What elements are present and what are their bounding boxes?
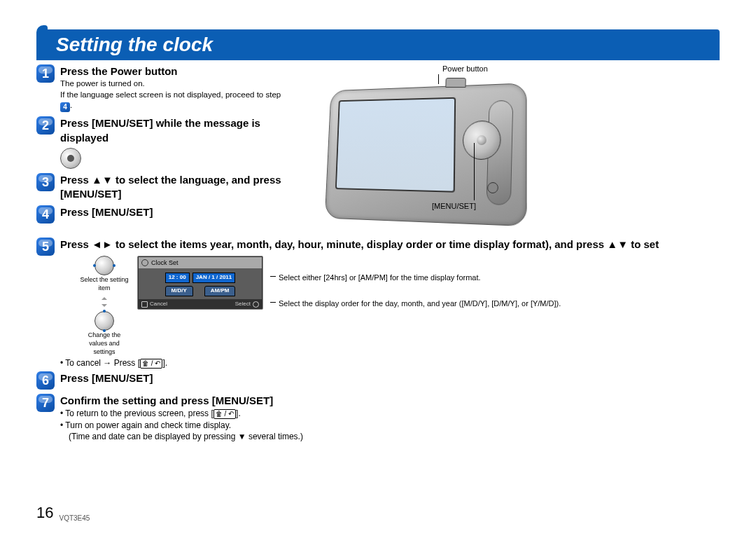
dpad-label-select: Select the setting item [78,275,130,292]
step-3: 3 Press ▲▼ to select the language, and p… [36,173,288,202]
doc-code: VQT3E45 [59,514,90,522]
right-arrow-icon [238,275,244,281]
page-number: 16 [36,504,53,522]
step-1-title: Press the Power button [60,64,288,78]
step-5: 5 Press ◄► to select the items year, mon… [36,238,720,369]
menu-set-button-icon [60,148,81,169]
clock-set-title: Clock Set [151,259,178,267]
page-footer: 16 VQT3E45 [36,504,90,522]
dpad-label-change: Change the values and settings [78,331,130,356]
clock-set-screen: Clock Set 12 : 00 JAN / 1 / 2011 M/D/Y A… [137,256,263,310]
step-number-7: 7 [36,394,55,412]
callout-power-button: Power button [442,64,488,73]
clock-date: JAN / 1 / 2011 [192,273,236,283]
step-3-title: Press ▲▼ to select the language, and pre… [60,173,288,202]
heading-title: Setting the clock [56,34,213,56]
inline-step-badge: 4 [60,102,70,112]
time-format-tab: AM/PM [204,286,236,296]
step-4: 4 Press [MENU/SET] [36,205,288,224]
step-number-5: 5 [36,238,55,256]
step-5-title: Press ◄► to select the items year, month… [60,238,720,252]
step-6-title: Press [MENU/SET] [60,371,153,385]
section-heading: Setting the clock [36,25,720,60]
step-1-sub2: If the language select screen is not dis… [60,90,288,113]
step-6: 6 Press [MENU/SET] [36,371,720,390]
heading-accent [36,25,48,60]
callout-menu-set: [MENU/SET] [432,202,476,210]
step-number-2: 2 [36,116,55,135]
step-7-b2-sub: (Time and date can be displayed by press… [69,431,720,442]
step-7-b1: To return to the previous screen, press … [60,408,720,419]
date-format-tab: M/D/Y [165,286,193,296]
step-1: 1 Press the Power button The power is tu… [36,64,288,112]
gear-icon [141,259,148,266]
dpad-guide: Select the setting item Change the value… [78,256,130,356]
step-1-sub1: The power is turned on. [60,78,288,90]
step-number-1: 1 [36,64,55,83]
step-7: 7 Confirm the setting and press [MENU/SE… [36,394,720,442]
clock-time: 12 : 00 [165,273,190,283]
step-7-title: Confirm the setting and press [MENU/SET] [60,394,720,408]
step-number-4: 4 [36,205,55,224]
step-2: 2 Press [MENU/SET] while the message is … [36,116,288,169]
camera-illustration [316,78,526,226]
note-date-order: Select the display order for the day, mo… [270,298,561,308]
trash-back-icon: 🗑 / ↶ [214,409,236,419]
step-2-title: Press [MENU/SET] while the message is di… [60,116,288,145]
trash-icon [141,301,148,308]
step-5-cancel: To cancel → Press [🗑 / ↶]. [60,357,720,369]
note-time-format: Select either [24hrs] or [AM/PM] for the… [270,273,561,282]
select-icon [253,301,259,308]
step-4-title: Press [MENU/SET] [60,205,153,219]
trash-back-icon: 🗑 / ↶ [140,359,162,369]
step-7-b2: Turn on power again and check time displ… [60,420,720,431]
step-number-6: 6 [36,371,55,390]
step-number-3: 3 [36,173,55,191]
left-arrow-icon [157,275,162,281]
